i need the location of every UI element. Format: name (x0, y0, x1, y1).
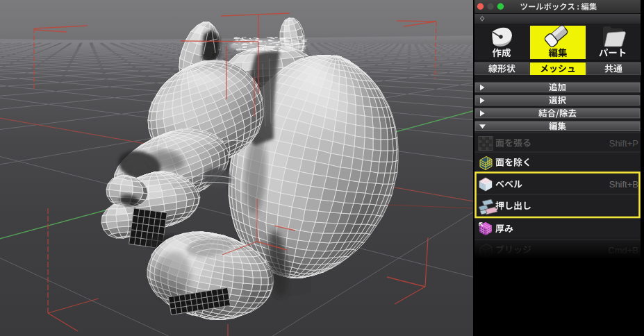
svg-text:Shift+P: Shift+P (609, 138, 638, 149)
svg-text:Shift+B: Shift+B (609, 179, 638, 190)
